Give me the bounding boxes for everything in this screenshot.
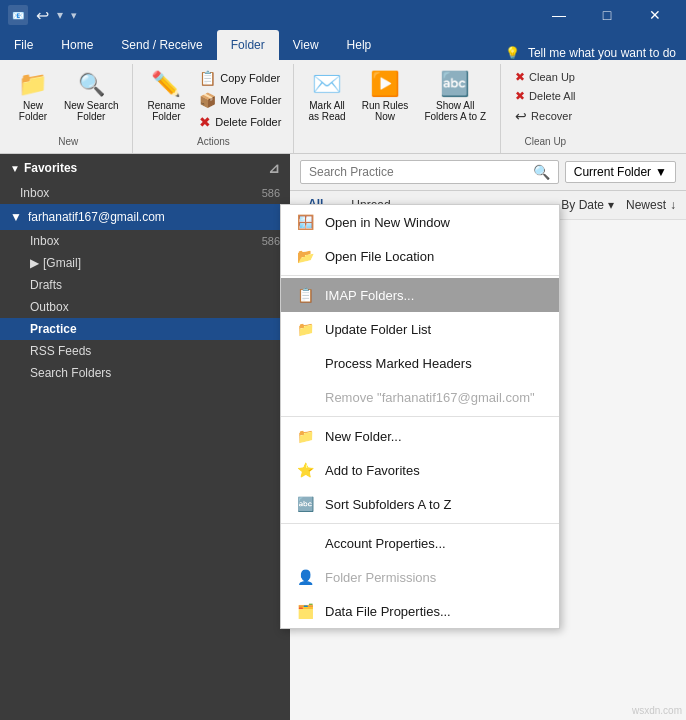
new-folder-label: New Folder... [325, 429, 402, 444]
delete-icon: ✖ [199, 114, 211, 130]
sort-by-date-button[interactable]: By Date ▾ [561, 198, 614, 212]
quick-access-customize[interactable]: ▾ [71, 9, 77, 22]
sidebar-item-rss[interactable]: RSS Feeds [0, 340, 290, 362]
delete-folder-button[interactable]: ✖ Delete Folder [195, 112, 285, 132]
sidebar-account[interactable]: ▼ farhanatif167@gmail.com [0, 204, 290, 230]
new-buttons: 📁 NewFolder 🔍 New SearchFolder [12, 68, 124, 132]
account-inbox-label: Inbox [30, 234, 59, 248]
context-menu-item-add-favorites[interactable]: ⭐Add to Favorites [281, 453, 559, 487]
delete-all-icon: ✖ [515, 89, 525, 103]
new-search-folder-button[interactable]: 🔍 New SearchFolder [58, 68, 124, 124]
sidebar-collapse-button[interactable]: ⊿ [268, 160, 280, 176]
run-rules-label: Run RulesNow [362, 100, 409, 122]
sidebar-item-practice[interactable]: Practice [0, 318, 290, 340]
practice-label: Practice [30, 322, 77, 336]
context-menu-item-data-file-properties[interactable]: 🗂️Data File Properties... [281, 594, 559, 628]
close-button[interactable]: ✕ [632, 0, 678, 30]
ribbon-group-cleanup: ✖ Clean Up ✖ Delete All ↩ Recover Clean … [501, 64, 589, 153]
sort-arrow: ▾ [608, 198, 614, 212]
context-menu-item-new-folder[interactable]: 📁New Folder... [281, 419, 559, 453]
cleanup-label: Clean Up [529, 71, 575, 83]
process-marked-label: Process Marked Headers [325, 356, 472, 371]
favorites-header[interactable]: ▼ Favorites ⊿ [0, 154, 290, 182]
cleanup-icon: ✖ [515, 70, 525, 84]
search-magnifier-icon: 🔍 [533, 164, 550, 180]
search-input[interactable] [309, 165, 533, 179]
open-file-location-icon: 📂 [295, 246, 315, 266]
search-input-wrapper: 🔍 [300, 160, 559, 184]
rename-folder-button[interactable]: ✏️ RenameFolder [141, 68, 191, 124]
sidebar-item-gmail[interactable]: ▶ [Gmail] [0, 252, 290, 274]
folder-permissions-label: Folder Permissions [325, 570, 436, 585]
cleanup-button[interactable]: ✖ Clean Up [509, 68, 581, 86]
mark-all-read-button[interactable]: ✉️ Mark Allas Read [302, 68, 351, 124]
show-all-icon: 🔤 [440, 70, 470, 98]
undo-button[interactable]: ↩ [36, 6, 49, 25]
delete-all-button[interactable]: ✖ Delete All [509, 87, 581, 105]
sidebar-item-drafts[interactable]: Drafts [0, 274, 290, 296]
minimize-button[interactable]: — [536, 0, 582, 30]
inbox-favorites-badge: 586 [262, 187, 280, 199]
watermark: wsxdn.com [632, 705, 682, 716]
context-menu-item-imap-folders[interactable]: 📋IMAP Folders... [281, 278, 559, 312]
search-scope-dropdown[interactable]: Current Folder ▼ [565, 161, 676, 183]
sort-subfolders-icon: 🔤 [295, 494, 315, 514]
new-folder-button[interactable]: 📁 NewFolder [12, 68, 54, 124]
account-properties-icon [295, 533, 315, 553]
new-search-folder-label: New SearchFolder [64, 100, 118, 122]
separator2 [281, 416, 559, 417]
sort-direction-icon: ↓ [670, 198, 676, 212]
mark-all-icon: ✉️ [312, 70, 342, 98]
context-menu-item-process-marked[interactable]: Process Marked Headers [281, 346, 559, 380]
context-menu-item-open-new-window[interactable]: 🪟Open in New Window [281, 205, 559, 239]
lightbulb-icon: 💡 [505, 46, 520, 60]
tab-folder[interactable]: Folder [217, 30, 279, 60]
group-actions-label: Actions [197, 132, 230, 149]
recover-button[interactable]: ↩ Recover [509, 106, 581, 126]
group-cleanup-label: Clean Up [524, 132, 566, 149]
sort-subfolders-label: Sort Subfolders A to Z [325, 497, 451, 512]
mark-all-label: Mark Allas Read [308, 100, 345, 122]
sidebar-item-outbox[interactable]: Outbox [0, 296, 290, 318]
maximize-button[interactable]: □ [584, 0, 630, 30]
separator1 [281, 275, 559, 276]
context-menu-item-account-properties[interactable]: Account Properties... [281, 526, 559, 560]
sort-newest-button[interactable]: Newest ↓ [626, 198, 676, 212]
sidebar-item-search-folders[interactable]: Search Folders [0, 362, 290, 384]
move-folder-button[interactable]: 📦 Move Folder [195, 90, 285, 110]
gmail-arrow: ▶ [30, 256, 39, 270]
account-email: farhanatif167@gmail.com [28, 210, 165, 224]
new-folder-icon: 📁 [295, 426, 315, 446]
context-menu-item-open-file-location[interactable]: 📂Open File Location [281, 239, 559, 273]
context-menu: 🪟Open in New Window📂Open File Location📋I… [280, 204, 560, 629]
rename-label: RenameFolder [147, 100, 185, 122]
outbox-label: Outbox [30, 300, 69, 314]
group-new-label: New [58, 132, 78, 149]
rss-label: RSS Feeds [30, 344, 91, 358]
ribbon-search-text[interactable]: Tell me what you want to do [528, 46, 676, 60]
sidebar-item-inbox-favorites[interactable]: Inbox 586 [0, 182, 290, 204]
rename-icon: ✏️ [151, 70, 181, 98]
show-all-folders-button[interactable]: 🔤 Show AllFolders A to Z [418, 68, 492, 124]
context-menu-item-update-folder-list[interactable]: 📁Update Folder List [281, 312, 559, 346]
redo-button[interactable]: ▾ [57, 8, 63, 22]
copy-label: Copy Folder [220, 72, 280, 84]
context-menu-item-sort-subfolders[interactable]: 🔤Sort Subfolders A to Z [281, 487, 559, 521]
remove-account-label: Remove "farhanatif167@gmail.com" [325, 390, 535, 405]
drafts-label: Drafts [30, 278, 62, 292]
show-all-label: Show AllFolders A to Z [424, 100, 486, 122]
tab-send-receive[interactable]: Send / Receive [107, 30, 216, 60]
newest-label: Newest [626, 198, 666, 212]
tab-view[interactable]: View [279, 30, 333, 60]
account-inbox-badge: 586 [262, 235, 280, 247]
tab-help[interactable]: Help [333, 30, 386, 60]
ribbon-tabs: File Home Send / Receive Folder View Hel… [0, 30, 686, 60]
new-search-folder-icon: 🔍 [78, 72, 105, 98]
move-label: Move Folder [220, 94, 281, 106]
copy-folder-button[interactable]: 📋 Copy Folder [195, 68, 285, 88]
actions-col: 📋 Copy Folder 📦 Move Folder ✖ Delete Fol… [195, 68, 285, 132]
sidebar-item-inbox[interactable]: Inbox 586 [0, 230, 290, 252]
tab-home[interactable]: Home [47, 30, 107, 60]
tab-file[interactable]: File [0, 30, 47, 60]
run-rules-button[interactable]: ▶️ Run RulesNow [356, 68, 415, 124]
